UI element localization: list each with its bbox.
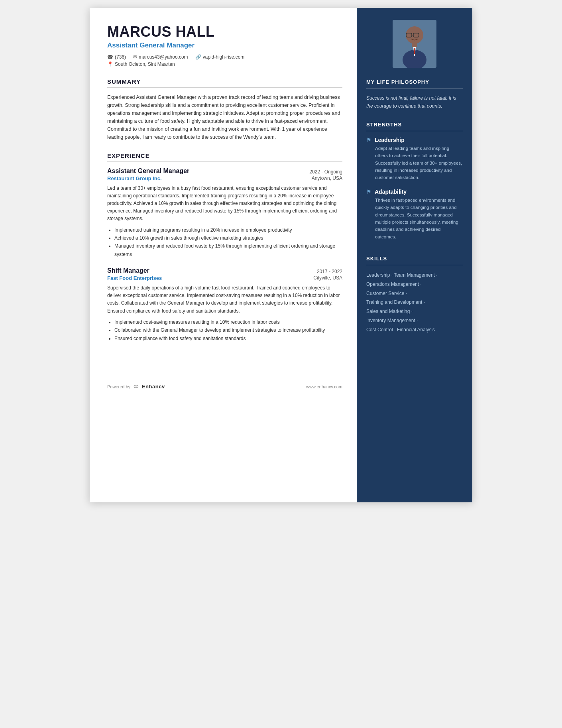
candidate-name: MARCUS HALL bbox=[107, 24, 342, 40]
contact-phone: ☎ (736) bbox=[107, 54, 126, 60]
strength-item-1: ⚑ Leadership Adept at leading teams and … bbox=[366, 137, 463, 181]
philosophy-section: MY LIFE PHILOSOPHY Success is not final,… bbox=[366, 79, 463, 122]
left-column: MARCUS HALL Assistant General Manager ☎ … bbox=[90, 8, 357, 502]
contact-row: ☎ (736) ✉ marcus43@yahoo.com 🔗 vapid-hig… bbox=[107, 54, 342, 60]
candidate-title: Assistant General Manager bbox=[107, 41, 342, 49]
resume-container: MARCUS HALL Assistant General Manager ☎ … bbox=[90, 8, 472, 502]
strength-desc-2: Thrives in fast-paced environments and q… bbox=[375, 197, 463, 240]
exp-bullets-2: Implemented cost-saving measures resulti… bbox=[114, 318, 342, 342]
experience-title: EXPERIENCE bbox=[107, 152, 342, 159]
skill-item: Cost Control · Financial Analysis bbox=[366, 325, 463, 334]
skill-item: Customer Service · bbox=[366, 289, 463, 298]
exp-company-2: Fast Food Enterprises bbox=[107, 275, 162, 281]
powered-by-label: Powered by bbox=[107, 384, 130, 389]
experience-section: EXPERIENCE Assistant General Manager 202… bbox=[107, 152, 342, 342]
strengths-divider bbox=[366, 131, 463, 131]
contact-location-row: 📍 South Ocieton, Sint Maarten bbox=[107, 61, 342, 67]
exp-date-1: 2022 - Ongoing bbox=[309, 169, 342, 175]
exp-job-title-2: Shift Manager bbox=[107, 267, 149, 274]
candidate-photo bbox=[393, 20, 436, 68]
right-column: MY LIFE PHILOSOPHY Success is not final,… bbox=[357, 8, 472, 502]
summary-text: Experienced Assistant General Manager wi… bbox=[107, 93, 342, 141]
strength-name-1: Leadership bbox=[375, 137, 405, 143]
strength-icon-1: ⚑ bbox=[366, 137, 371, 143]
strength-item-2: ⚑ Adaptability Thrives in fast-paced env… bbox=[366, 189, 463, 240]
exp-location-1: Anytown, USA bbox=[312, 175, 342, 181]
enhancv-brand: Enhancv bbox=[142, 384, 165, 390]
summary-section: SUMMARY Experienced Assistant General Ma… bbox=[107, 78, 342, 141]
strength-name-2: Adaptability bbox=[375, 189, 407, 195]
skills-list: Leadership · Team Management ·Operations… bbox=[366, 271, 463, 334]
footer-website: www.enhancv.com bbox=[306, 384, 342, 389]
experience-divider bbox=[107, 161, 342, 162]
strength-header-2: ⚑ Adaptability bbox=[366, 189, 463, 195]
strengths-title: STRENGTHS bbox=[366, 122, 463, 128]
exp-job-title-1: Assistant General Manager bbox=[107, 167, 189, 175]
powered-by: Powered by ∞ Enhancv bbox=[107, 382, 165, 391]
skill-item: Inventory Management · bbox=[366, 316, 463, 325]
exp-bullets-1: Implemented training programs resulting … bbox=[114, 226, 342, 259]
summary-title: SUMMARY bbox=[107, 78, 342, 85]
contact-email: ✉ marcus43@yahoo.com bbox=[133, 54, 188, 60]
exp-header-2: Shift Manager 2017 - 2022 bbox=[107, 267, 342, 274]
exp-company-row-2: Fast Food Enterprises Cityville, USA bbox=[107, 275, 342, 281]
link-icon: 🔗 bbox=[195, 54, 201, 60]
experience-entry-1: Assistant General Manager 2022 - Ongoing… bbox=[107, 167, 342, 259]
exp-description-1: Led a team of 30+ employees in a busy fa… bbox=[107, 185, 342, 223]
skill-item: Operations Management · bbox=[366, 280, 463, 289]
philosophy-text: Success is not final, failure is not fat… bbox=[366, 94, 463, 110]
experience-entry-2: Shift Manager 2017 - 2022 Fast Food Ente… bbox=[107, 267, 342, 342]
location-icon: 📍 bbox=[107, 61, 113, 67]
left-footer: Powered by ∞ Enhancv www.enhancv.com bbox=[107, 366, 342, 391]
strength-header-1: ⚑ Leadership bbox=[366, 137, 463, 143]
bullet-item: Managed inventory and reduced food waste… bbox=[114, 242, 342, 258]
phone-icon: ☎ bbox=[107, 54, 113, 60]
contact-location: 📍 South Ocieton, Sint Maarten bbox=[107, 61, 175, 67]
bullet-item: Collaborated with the General Manager to… bbox=[114, 326, 342, 334]
bullet-item: Implemented training programs resulting … bbox=[114, 226, 342, 234]
skills-divider bbox=[366, 265, 463, 265]
strengths-section: STRENGTHS ⚑ Leadership Adept at leading … bbox=[366, 122, 463, 248]
bullet-item: Implemented cost-saving measures resulti… bbox=[114, 318, 342, 326]
exp-header-1: Assistant General Manager 2022 - Ongoing bbox=[107, 167, 342, 175]
exp-company-row-1: Restaurant Group Inc. Anytown, USA bbox=[107, 175, 342, 181]
photo-area bbox=[366, 20, 463, 68]
bullet-item: Ensured compliance with food safety and … bbox=[114, 334, 342, 342]
svg-point-1 bbox=[406, 26, 423, 44]
philosophy-title: MY LIFE PHILOSOPHY bbox=[366, 79, 463, 85]
strength-icon-2: ⚑ bbox=[366, 189, 371, 195]
skill-item: Training and Development · bbox=[366, 298, 463, 307]
skills-title: SKILLS bbox=[366, 256, 463, 262]
svg-rect-5 bbox=[412, 43, 417, 47]
email-icon: ✉ bbox=[133, 54, 137, 60]
contact-website: 🔗 vapid-high-rise.com bbox=[195, 54, 245, 60]
exp-location-2: Cityville, USA bbox=[313, 275, 342, 281]
philosophy-divider bbox=[366, 88, 463, 89]
strength-desc-1: Adept at leading teams and inspiring oth… bbox=[375, 145, 463, 181]
summary-divider bbox=[107, 87, 342, 88]
skills-section: SKILLS Leadership · Team Management ·Ope… bbox=[366, 256, 463, 334]
exp-company-1: Restaurant Group Inc. bbox=[107, 175, 162, 181]
skill-item: Sales and Marketing · bbox=[366, 307, 463, 316]
skill-item: Leadership · Team Management · bbox=[366, 271, 463, 280]
exp-description-2: Supervised the daily operations of a hig… bbox=[107, 284, 342, 315]
bullet-item: Achieved a 10% growth in sales through e… bbox=[114, 234, 342, 242]
enhancv-logo-icon: ∞ bbox=[134, 382, 139, 391]
exp-date-2: 2017 - 2022 bbox=[317, 269, 342, 274]
